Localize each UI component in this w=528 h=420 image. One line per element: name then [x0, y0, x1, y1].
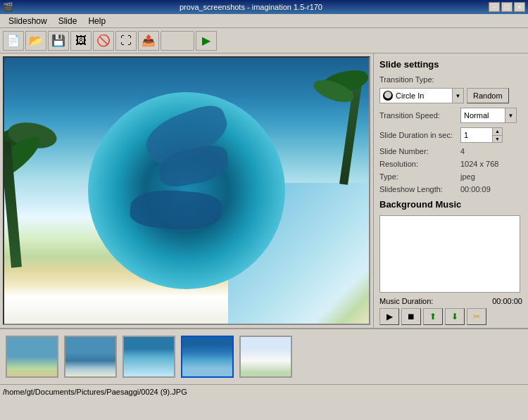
- music-delete-button[interactable]: ✂: [467, 308, 486, 325]
- thumbnail-2[interactable]: [64, 336, 117, 378]
- app-icon: 🎬: [3, 2, 13, 12]
- transition-type-row: Transition Type:: [379, 75, 522, 84]
- slide-number-row: Slide Number: 4: [379, 147, 522, 155]
- transition-type-value: Circle In: [396, 91, 424, 100]
- preview-button[interactable]: [161, 31, 194, 51]
- thumbnail-strip: [0, 328, 528, 384]
- go-button[interactable]: ▶: [196, 31, 217, 51]
- transition-speed-value: Normal: [464, 111, 489, 120]
- slideshow-length-value: 00:00:09: [460, 185, 491, 193]
- close-button[interactable]: ×: [514, 2, 525, 12]
- slideshow-length-row: Slideshow Length: 00:00:09: [379, 185, 522, 193]
- thumb-image-2: [65, 337, 115, 376]
- slide-duration-value: 1: [461, 131, 492, 139]
- resolution-row: Resolution: 1024 x 768: [379, 160, 522, 168]
- music-duration-value: 00:00:00: [492, 297, 522, 305]
- music-duration-label: Music Duration:: [379, 297, 433, 305]
- music-play-button[interactable]: ▶: [379, 308, 399, 325]
- combo-dropdown-arrow[interactable]: ▼: [452, 89, 463, 103]
- duration-spin-arrows: ▲ ▼: [492, 128, 502, 142]
- thumb-image-4: [182, 337, 232, 376]
- main-area: Slide settings Transition Type: Circle I…: [0, 53, 528, 328]
- music-duration-row: Music Duration: 00:00:00: [379, 297, 522, 305]
- palm-right-area: [339, 79, 348, 184]
- background-music-section: Background Music Music Duration: 00:00:0…: [379, 199, 522, 325]
- fullscreen-button[interactable]: ⛶: [115, 31, 137, 51]
- thumbnail-3[interactable]: [122, 336, 175, 378]
- type-row: Type: jpeg: [379, 172, 522, 181]
- slide-settings-title: Slide settings: [379, 59, 522, 70]
- resolution-label: Resolution:: [379, 160, 460, 168]
- background-music-title: Background Music: [379, 199, 522, 210]
- maximize-button[interactable]: □: [501, 2, 513, 12]
- resolution-value: 1024 x 768: [460, 160, 498, 168]
- music-stop-button[interactable]: ⏹: [401, 308, 421, 325]
- type-label: Type:: [379, 172, 460, 181]
- remove-button[interactable]: 🚫: [93, 31, 114, 51]
- save-button[interactable]: 💾: [48, 31, 69, 51]
- slide-duration-input[interactable]: 1 ▲ ▼: [460, 127, 503, 143]
- export-button[interactable]: 📤: [138, 31, 159, 51]
- window-title: prova_screenshots - imagination 1.5-r170: [13, 3, 489, 11]
- thumb-image-1: [7, 337, 57, 376]
- preview-area: [3, 56, 370, 325]
- duration-spin-up[interactable]: ▲: [493, 128, 502, 136]
- thumbnail-5[interactable]: [239, 336, 292, 378]
- music-add-button[interactable]: ⬆: [423, 308, 443, 325]
- window-controls: − □ ×: [489, 2, 525, 12]
- transition-type-combo[interactable]: Circle In ▼: [379, 88, 464, 103]
- combo-inner: Circle In: [380, 91, 452, 101]
- minimize-button[interactable]: −: [489, 2, 500, 12]
- new-button[interactable]: 📄: [3, 31, 24, 51]
- slide-settings-panel: Slide settings Transition Type: Circle I…: [373, 53, 528, 328]
- title-bar: 🎬 prova_screenshots - imagination 1.5-r1…: [0, 0, 528, 14]
- transition-speed-row: Transition Speed: Normal ▼: [379, 108, 522, 123]
- transition-speed-combo[interactable]: Normal ▼: [460, 108, 517, 123]
- slide-number-label: Slide Number:: [379, 147, 460, 155]
- thumb-image-3: [124, 337, 174, 376]
- slide-duration-label: Slide Duration in sec:: [379, 131, 460, 139]
- menu-slideshow[interactable]: Slideshow: [3, 15, 53, 27]
- circle-transition-overlay: [88, 92, 285, 289]
- slide-number-value: 4: [460, 147, 465, 155]
- music-list[interactable]: [379, 215, 520, 293]
- slide-duration-row: Slide Duration in sec: 1 ▲ ▼: [379, 127, 522, 143]
- speed-combo-arrow[interactable]: ▼: [505, 108, 516, 122]
- toolbar: 📄 📂 💾 🖼 🚫 ⛶ 📤 ▶: [0, 28, 528, 53]
- transition-speed-label: Transition Speed:: [379, 111, 460, 120]
- dolphin-3: [129, 186, 223, 233]
- menu-help[interactable]: Help: [82, 15, 111, 27]
- thumb-image-5: [241, 337, 291, 376]
- type-value: jpeg: [460, 172, 475, 181]
- thumbnail-4[interactable]: [181, 336, 234, 378]
- status-bar: /home/gt/Documents/Pictures/Paesaggi/002…: [0, 384, 528, 398]
- status-path: /home/gt/Documents/Pictures/Paesaggi/002…: [3, 388, 187, 396]
- thumbnail-1[interactable]: [6, 336, 58, 378]
- speed-combo-inner: Normal: [461, 111, 505, 120]
- palm-left-area: [4, 58, 89, 324]
- import-button[interactable]: 🖼: [70, 31, 92, 51]
- music-controls: ▶ ⏹ ⬆ ⬇ ✂: [379, 308, 522, 325]
- duration-spin-down[interactable]: ▼: [493, 136, 502, 143]
- music-down-button[interactable]: ⬇: [445, 308, 465, 325]
- transition-type-label: Transition Type:: [379, 75, 460, 84]
- menu-bar: Slideshow Slide Help: [0, 14, 528, 28]
- transition-type-controls: Circle In ▼ Random: [379, 88, 522, 103]
- open-button[interactable]: 📂: [25, 31, 46, 51]
- random-button[interactable]: Random: [467, 88, 509, 103]
- circle-in-icon: [383, 91, 393, 101]
- menu-slide[interactable]: Slide: [53, 15, 83, 27]
- slideshow-length-label: Slideshow Length:: [379, 185, 460, 193]
